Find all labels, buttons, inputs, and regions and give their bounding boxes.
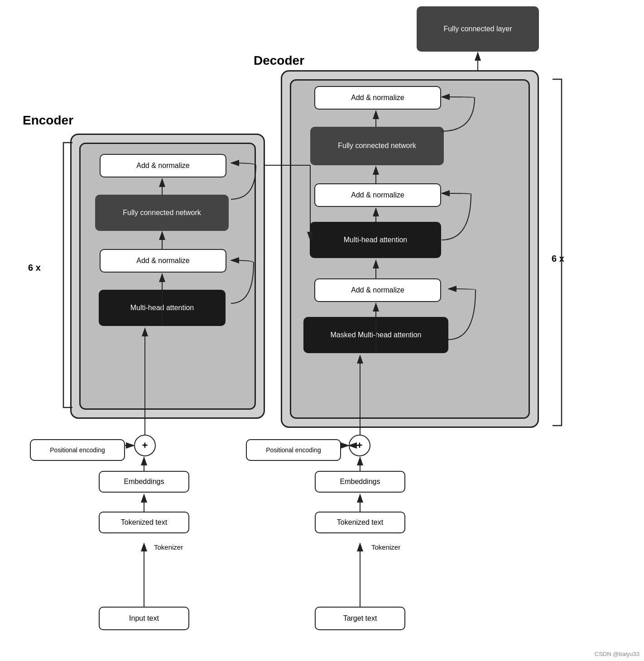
encoder-tokenized-text: Tokenized text: [99, 512, 189, 533]
decoder-repeat: 6 x: [552, 254, 564, 264]
decoder-tokenizer-label: Tokenizer: [371, 543, 400, 551]
decoder-target-text: Target text: [315, 607, 405, 630]
decoder-tokenized-text: Tokenized text: [315, 512, 405, 533]
decoder-add-norm-mid: Add & normalize: [314, 183, 441, 207]
encoder-repeat: 6 x: [28, 263, 41, 273]
decoder-add-norm-bot: Add & normalize: [314, 278, 441, 302]
decoder-positional-encoding: Positional encoding: [246, 439, 341, 461]
encoder-embeddings: Embeddings: [99, 471, 189, 493]
encoder-input-text: Input text: [99, 607, 189, 630]
decoder-plus-circle: +: [349, 435, 370, 456]
decoder-title: Decoder: [254, 53, 304, 68]
encoder-tokenizer-label: Tokenizer: [154, 543, 183, 551]
watermark: CSDN @baiyu33: [595, 651, 639, 657]
encoder-mha: Multi-head attention: [99, 290, 226, 326]
decoder-embeddings: Embeddings: [315, 471, 405, 493]
decoder-mha: Multi-head attention: [310, 222, 441, 258]
encoder-inner-panel: [79, 143, 256, 410]
diagram-container: Encoder Add & normalize Fully connected …: [0, 0, 644, 661]
encoder-fcn: Fully connected network: [95, 195, 229, 231]
encoder-add-norm-bottom: Add & normalize: [100, 249, 226, 273]
decoder-fcl: Fully connected layer: [417, 6, 539, 52]
encoder-add-norm-top: Add & normalize: [100, 154, 226, 177]
decoder-add-norm-top: Add & normalize: [314, 86, 441, 110]
encoder-positional-encoding: Positional encoding: [30, 439, 125, 461]
decoder-masked-mha: Masked Multi-head attention: [303, 317, 448, 353]
encoder-title: Encoder: [23, 113, 73, 128]
decoder-fcn: Fully connected network: [310, 127, 444, 165]
encoder-plus-circle: +: [134, 435, 156, 456]
